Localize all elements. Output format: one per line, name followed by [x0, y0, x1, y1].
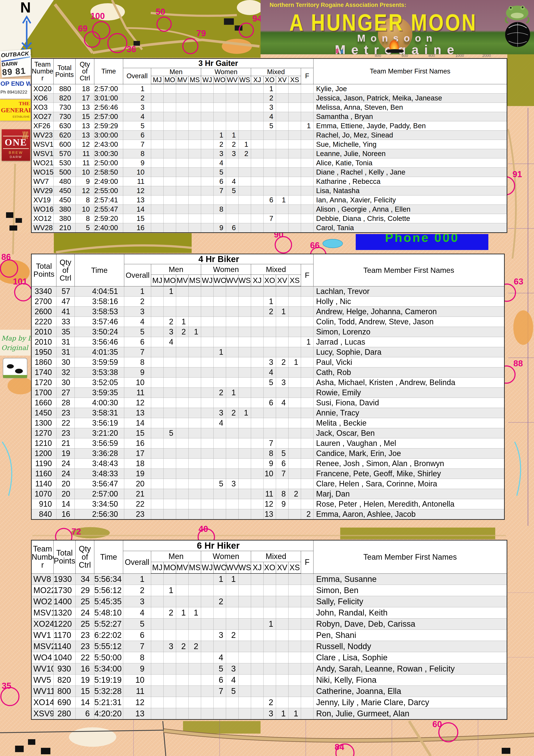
- category-place-cell: [164, 388, 176, 398]
- team-member-names-cell: Clare , Lisa, Sophie: [314, 652, 507, 663]
- qty-ctrl-cell: 34: [76, 574, 94, 585]
- col-header-xo: XO: [264, 275, 276, 286]
- category-place-cell: [239, 630, 251, 641]
- f-place-cell: [301, 357, 314, 367]
- category-place-cell: 2: [214, 140, 226, 149]
- category-place-cell: [289, 186, 301, 196]
- category-place-cell: [276, 596, 289, 607]
- category-place-cell: 2: [214, 596, 226, 607]
- col-header-qty-of-ctrl: Qty of Ctrl: [56, 254, 75, 286]
- category-place-cell: [201, 94, 214, 103]
- f-place-cell: [301, 630, 314, 641]
- f-place-cell: [301, 214, 314, 223]
- total-points-cell: 450: [54, 196, 76, 205]
- category-place-cell: [214, 448, 226, 459]
- category-place-cell: [251, 652, 264, 663]
- category-place-cell: [239, 596, 251, 607]
- team-member-names-cell: Leanne, Julie, Noreen: [314, 149, 507, 158]
- qty-ctrl-cell: 16: [56, 509, 75, 520]
- category-place-cell: [189, 652, 201, 663]
- category-place-cell: [201, 708, 214, 719]
- team-member-names-cell: Andy, Sarah, Leanne, Rowan , Felicity: [314, 663, 507, 675]
- category-place-cell: [151, 223, 164, 233]
- time-cell: 5:21:31: [94, 697, 123, 708]
- category-place-cell: [189, 596, 201, 607]
- team-number-cell: XO14: [32, 697, 54, 708]
- total-points-cell: 1700: [32, 388, 56, 398]
- category-place-cell: [201, 205, 214, 214]
- category-place-cell: [164, 131, 176, 140]
- table-row: 1700273:59:351121Rowie, Emily: [32, 388, 504, 398]
- compass-n-label: N: [20, 0, 54, 15]
- qty-ctrl-cell: 12: [76, 186, 94, 196]
- category-place-cell: 2: [176, 327, 189, 337]
- category-place-cell: [251, 196, 264, 205]
- results-table-6hr-hiker: Team Numbe rTotal PointsQty of CtrlTime6…: [31, 540, 507, 720]
- category-place-cell: 1: [276, 708, 289, 719]
- results-table: Total PointsQty of CtrlTime4 Hr BikerTea…: [31, 254, 505, 520]
- category-place-cell: [176, 697, 189, 708]
- qty-ctrl-cell: 17: [76, 94, 94, 103]
- table-row: WV29450122:55:001275Lisa, Natasha: [32, 186, 507, 196]
- overall-place-cell: 2: [123, 585, 151, 596]
- table-row: 1450233:58:3113321Annie, Tracy: [32, 408, 504, 418]
- category-place-cell: [239, 307, 251, 317]
- table-row: XF26630132:59:29551Emma, Ettiene, Jayde,…: [32, 121, 507, 131]
- team-member-names-cell: Robyn, Dave, Deb, Carissa: [314, 618, 507, 630]
- category-place-cell: 5: [226, 186, 239, 196]
- category-place-cell: [289, 398, 301, 408]
- qty-ctrl-cell: 19: [76, 675, 94, 686]
- category-place-cell: [201, 618, 214, 630]
- total-points-cell: 910: [32, 499, 56, 509]
- wheels-name: OP END WHEE: [0, 80, 30, 87]
- f-place-cell: 1: [301, 337, 314, 347]
- category-place-cell: [164, 509, 176, 520]
- category-place-cell: [151, 596, 164, 607]
- category-place-cell: [176, 438, 189, 448]
- category-place-cell: [164, 630, 176, 641]
- qty-ctrl-cell: 31: [56, 337, 75, 347]
- category-place-cell: [214, 327, 226, 337]
- f-place-cell: [301, 479, 314, 489]
- category-place-cell: [189, 286, 201, 297]
- category-place-cell: [164, 438, 176, 448]
- category-place-cell: [164, 186, 176, 196]
- category-place-cell: [239, 574, 251, 585]
- total-points-cell: 1160: [32, 469, 56, 479]
- col-header-ws: WS: [239, 562, 251, 574]
- category-place-cell: [251, 94, 264, 103]
- team-member-names-cell: Asha, Michael, Kristen , Andrew, Belinda: [314, 378, 504, 388]
- category-place-cell: [201, 367, 214, 378]
- time-cell: 5:55:12: [94, 641, 123, 652]
- table-row: 1300223:56:19144Melita , Beckie: [32, 418, 504, 428]
- category-place-cell: [201, 408, 214, 418]
- category-place-cell: 6: [264, 398, 276, 408]
- group-header-women: Women: [201, 551, 251, 562]
- compass-north: N: [15, 0, 54, 56]
- category-place-cell: [164, 489, 176, 499]
- category-place-cell: [289, 177, 301, 186]
- frog-moon-logo: [502, 2, 532, 52]
- category-place-cell: [276, 697, 289, 708]
- category-place-cell: [164, 697, 176, 708]
- category-place-cell: [164, 112, 176, 121]
- table-row: 2700473:58:1621Holly , Nic: [32, 297, 504, 307]
- total-points-cell: 600: [54, 140, 76, 149]
- overall-place-cell: 4: [123, 112, 151, 121]
- qty-ctrl-cell: 5: [76, 223, 94, 233]
- category-place-cell: [214, 337, 226, 347]
- total-points-cell: 1070: [32, 489, 56, 499]
- results-table-4hr-biker: Total PointsQty of CtrlTime4 Hr BikerTea…: [31, 254, 505, 520]
- time-cell: 2:57:41: [94, 196, 123, 205]
- table-row: 1740323:53:3894Cath, Rob: [32, 367, 504, 378]
- brewery-brew: BREW: [2, 150, 30, 155]
- f-place-cell: [301, 149, 314, 158]
- time-cell: 3:58:53: [75, 307, 124, 317]
- category-place-cell: 1: [289, 357, 301, 367]
- category-place-cell: [176, 630, 189, 641]
- category-place-cell: [226, 112, 239, 121]
- category-place-cell: [151, 398, 164, 408]
- col-header-wv: WV: [226, 76, 239, 84]
- total-points-cell: 1200: [32, 448, 56, 459]
- category-place-cell: [251, 663, 264, 675]
